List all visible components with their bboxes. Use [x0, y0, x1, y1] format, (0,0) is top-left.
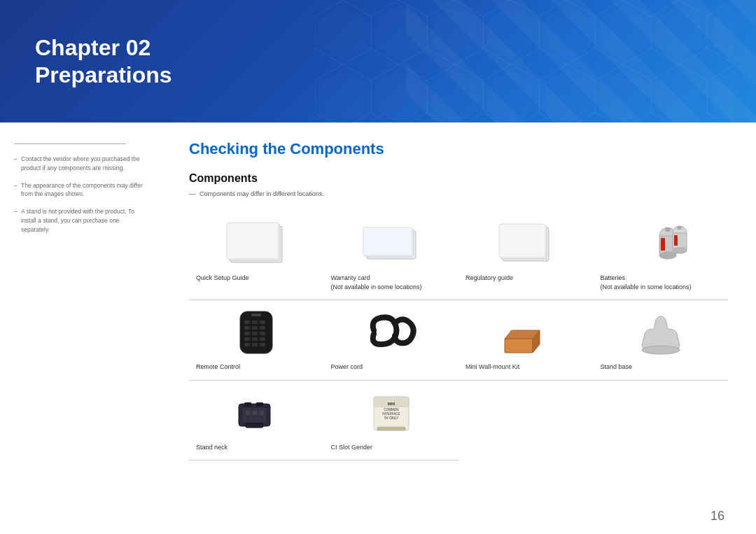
component-stand-base: Stand base — [594, 300, 729, 381]
svg-rect-49 — [253, 411, 257, 415]
component-regulatory-guide: Regulatory guide — [458, 211, 594, 300]
subsection-title: Components — [189, 172, 728, 185]
svg-rect-29 — [244, 332, 250, 335]
svg-rect-47 — [256, 402, 263, 407]
warranty-card-image — [331, 217, 452, 269]
mini-wall-mount-kit-label: Mini Wall-mount Kit — [465, 363, 587, 372]
svg-rect-27 — [252, 326, 258, 330]
section-title: Checking the Components — [189, 140, 728, 158]
svg-rect-37 — [260, 343, 265, 346]
batteries-image — [601, 217, 722, 269]
svg-rect-45 — [246, 423, 263, 428]
svg-rect-2 — [315, 0, 735, 122]
chapter-label: Chapter 02 — [35, 34, 172, 61]
component-stand-neck: Stand neck — [189, 381, 324, 461]
component-warranty-card: Warranty card (Not available in some loc… — [324, 211, 459, 300]
svg-point-18 — [673, 248, 687, 253]
svg-point-14 — [659, 252, 676, 259]
batteries-label: Batteries (Not available in some locatio… — [601, 274, 722, 291]
svg-rect-40 — [505, 339, 533, 353]
quick-setup-guide-image — [196, 217, 317, 269]
svg-rect-35 — [244, 343, 250, 346]
note-text: Components may differ in different locat… — [189, 190, 728, 197]
svg-text:COMMON: COMMON — [384, 408, 398, 412]
page-number: 16 — [710, 509, 724, 524]
warranty-card-label: Warranty card (Not available in some loc… — [331, 274, 452, 291]
sidebar-item-1: The appearance of the components may dif… — [14, 181, 147, 199]
svg-rect-57 — [377, 427, 405, 430]
mini-wall-mount-kit-image — [465, 306, 587, 358]
svg-rect-25 — [260, 321, 265, 324]
svg-rect-28 — [260, 326, 265, 330]
content-area: Checking the Components Components Compo… — [161, 122, 756, 534]
chapter-subtitle: Preparations — [35, 62, 172, 88]
hex-pattern-bg — [315, 0, 735, 122]
ci-slot-gender-image: MINI COMMON INTERFACE 5V ONLY — [331, 386, 452, 439]
components-grid: Quick Setup Guide Warranty card (Not ava… — [189, 211, 728, 461]
svg-rect-33 — [252, 337, 258, 341]
power-cord-image — [331, 306, 452, 358]
sidebar-divider — [14, 143, 126, 144]
svg-rect-11 — [499, 224, 545, 258]
svg-text:5V ONLY: 5V ONLY — [384, 416, 398, 420]
component-remote-control: Remote Control — [189, 300, 324, 381]
component-power-cord: Power cord — [324, 300, 459, 381]
svg-rect-20 — [665, 227, 671, 232]
svg-rect-34 — [260, 337, 265, 341]
stand-base-image — [601, 306, 722, 358]
component-batteries: Batteries (Not available in some locatio… — [594, 211, 729, 300]
quick-setup-guide-label: Quick Setup Guide — [196, 274, 317, 283]
svg-point-42 — [642, 346, 680, 354]
svg-rect-38 — [251, 314, 261, 316]
svg-rect-36 — [252, 343, 258, 346]
regulatory-guide-image — [465, 217, 587, 269]
svg-rect-23 — [244, 321, 250, 324]
svg-rect-31 — [260, 332, 265, 335]
svg-rect-15 — [661, 238, 665, 251]
header-banner: Chapter 02 Preparations — [0, 0, 756, 122]
regulatory-guide-label: Regulatory guide — [465, 274, 587, 283]
sidebar: Contact the vendor where you purchased t… — [0, 122, 161, 534]
stand-base-label: Stand base — [601, 363, 722, 372]
svg-rect-46 — [244, 402, 251, 407]
sidebar-item-2: A stand is not provided with the product… — [14, 207, 147, 234]
svg-rect-32 — [244, 337, 250, 341]
main-content: Contact the vendor where you purchased t… — [0, 122, 756, 534]
header-text: Chapter 02 Preparations — [35, 34, 172, 88]
stand-neck-image — [196, 386, 317, 439]
remote-control-image — [196, 306, 317, 358]
svg-text:MINI: MINI — [387, 402, 395, 406]
svg-rect-19 — [674, 235, 678, 246]
stand-neck-label: Stand neck — [196, 443, 317, 452]
svg-rect-5 — [227, 223, 279, 259]
power-cord-label: Power cord — [331, 363, 452, 372]
svg-rect-26 — [244, 326, 250, 330]
svg-rect-21 — [677, 226, 682, 230]
svg-rect-30 — [252, 332, 258, 335]
component-mini-wall-mount-kit: Mini Wall-mount Kit — [458, 300, 594, 381]
remote-control-label: Remote Control — [196, 363, 317, 372]
component-quick-setup-guide: Quick Setup Guide — [189, 211, 324, 300]
svg-rect-48 — [246, 411, 250, 415]
svg-rect-8 — [363, 227, 412, 255]
svg-rect-50 — [260, 411, 264, 415]
component-ci-slot-gender: MINI COMMON INTERFACE 5V ONLY CI Slot Ge… — [324, 381, 459, 461]
ci-slot-gender-label: CI Slot Gender — [331, 443, 452, 452]
svg-rect-24 — [252, 321, 258, 324]
sidebar-item-0: Contact the vendor where you purchased t… — [14, 155, 147, 173]
